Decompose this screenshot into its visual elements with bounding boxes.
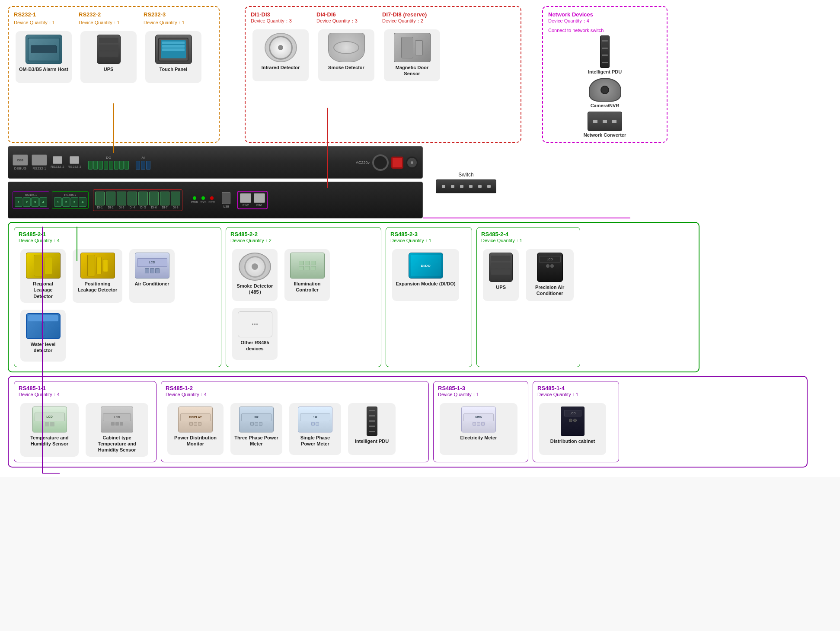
cabinet-temp-card: LCD Cabinet type Temperature and Humidit…: [86, 403, 148, 457]
rs485-2-4-devices: UPS LCD: [481, 247, 575, 303]
network-camera-item: Camera/NVR: [548, 78, 661, 108]
rs232-3-device-name: Touch Panel: [160, 66, 188, 72]
expansion-module-name: Expansion Module (DI/DO): [396, 281, 455, 287]
other-rs485-name: Other RS485 devices: [236, 340, 274, 352]
rs485-1-block: RS485-1 1 2 3 4: [13, 191, 49, 209]
three-phase-name: Three Phase Power Meter: [234, 435, 279, 447]
three-phase-card: 3Φ Three Phase Power Meter: [230, 403, 282, 455]
network-camera-name: Camera/NVR: [591, 103, 620, 108]
rs485-1-2-panel: RS485-1-2 Device Quantity：4 DISPLAY: [161, 381, 429, 462]
air-conditioner-image: LCD: [135, 253, 169, 279]
intelli-pdu-name: Intelligent PDU: [355, 438, 389, 444]
network-qty: Device Quantity：4: [548, 18, 661, 24]
air-conditioner-card: LCD Air Conditioner: [129, 249, 175, 303]
network-converter-name: Network Converter: [584, 132, 626, 138]
rs485-2-block: RS485-2 1 2 3 4: [52, 191, 89, 209]
regional-leakage-card: Regional Leakage Detector: [20, 249, 66, 303]
rs232-1-group: RS232-1 Device Quantity：1 OM-B3/B5 Al: [14, 11, 73, 85]
row1-top-groups: RS232-1 Device Quantity：1 OM-B3/B5 Al: [8, 6, 829, 143]
diagram: RS232-1 Device Quantity：1 OM-B3/B5 Al: [8, 6, 829, 468]
cabinet-temp-image: LCD: [101, 407, 133, 432]
debug-port-area: DB9 DEBUG: [13, 154, 28, 170]
water-level-name: Water level detector: [24, 341, 62, 354]
power-dist-name: Power Distribution Monitor: [171, 435, 220, 447]
rs485-2-outer-panel: RS485-2-1 Device Quantity：4 Regional Lea…: [8, 222, 699, 372]
rs485-2-3-title: RS485-2-3: [390, 231, 467, 237]
network-devices-list: Intelligent PDU Camera/NVR: [548, 35, 661, 138]
rs232-2-qty: Device Quantity：1: [79, 19, 138, 26]
rs485-1-2-devices: DISPLAY Power Distribution Monitor: [166, 401, 424, 457]
row2-controller: DB9 DEBUG RS232-1 RS232-2: [8, 146, 829, 218]
usb-port: USB: [222, 192, 230, 208]
switch-device: [436, 179, 496, 193]
expansion-module-image: DI/DO: [409, 253, 443, 279]
rs485-2-3-panel: RS485-2-3 Device Quantity：1 DI/DO Expans…: [386, 227, 472, 367]
eth-ports-block: Eth2 Eth1: [237, 191, 268, 209]
rs232-1-device-card: OM-B3/B5 Alarm Host: [16, 31, 72, 83]
di7-di8-title: DI7-DI8 (reserve): [382, 11, 442, 18]
three-phase-image: 3Φ: [239, 407, 274, 432]
precision-ac-name: Precision Air Conditioner: [529, 284, 570, 297]
rs485-2-2-panel: RS485-2-2 Device Quantity：2 Smok: [226, 227, 381, 367]
rs232-2-title: RS232-2: [79, 11, 101, 18]
ups-2-4-name: UPS: [496, 284, 506, 290]
network-connect-label: Connect to network switch: [548, 28, 661, 33]
temp-humidity-name: Temperature and Humidity Sensor: [24, 435, 75, 447]
expansion-module-card: DI/DO Expansion Module (DI/DO): [392, 249, 459, 301]
rs232-3-group: RS232-3 Device Quantity：1: [144, 11, 203, 85]
rs232-group-panel: RS232-1 Device Quantity：1 OM-B3/B5 Al: [8, 6, 220, 143]
magnetic-image: [394, 33, 431, 62]
rs485-1-1-qty: Device Quantity：4: [19, 391, 152, 398]
electricity-meter-image: kWh: [461, 407, 496, 432]
spacer-1: [226, 6, 239, 143]
rs485-1-3-devices: kWh Electricity Meter: [438, 401, 524, 457]
rs232-1-device-name: OM-B3/B5 Alarm Host: [19, 66, 68, 72]
rs485-2-2-devices: Smoke Detector（485）: [230, 247, 377, 362]
di1-di3-title: DI1-DI3: [251, 11, 310, 18]
power-area: AC220v: [356, 154, 418, 171]
positioning-leakage-card: Positioning Leakage Detector: [73, 249, 122, 303]
rs485-1-3-panel: RS485-1-3 Device Quantity：1 kWh: [433, 381, 528, 462]
rs485-1-outer-panel: RS485-1-1 Device Quantity：4 LCD: [8, 376, 808, 468]
network-converter-item: Network Converter: [548, 112, 661, 138]
regional-leakage-name: Regional Leakage Detector: [24, 281, 62, 299]
infrared-device-card: Infrared Detector: [252, 29, 309, 81]
do-block: DO: [88, 156, 129, 170]
distribution-cabinet-image: LCD: [561, 407, 584, 436]
smoke-485-name: Smoke Detector（485）: [236, 283, 274, 295]
di4-di6-title: DI4-DI6: [316, 11, 376, 18]
debug-label: DEBUG: [14, 167, 26, 170]
switch-label: Switch: [458, 172, 473, 178]
controller-rack: DB9 DEBUG RS232-1 RS232-2: [8, 146, 423, 218]
touch-panel-image: [155, 35, 192, 64]
network-pdu-item: Intelligent PDU: [548, 35, 661, 74]
di-groups-row: DI1-DI3 Device Quantity：3 Infrared Detec…: [251, 11, 515, 83]
other-rs485-image: ···: [238, 311, 272, 337]
rs232-3-port: RS232-3: [68, 156, 82, 169]
rs232-3-device-card: Touch Panel: [145, 31, 201, 83]
om-b3-image: [26, 35, 62, 64]
single-phase-image: 1Φ: [298, 407, 332, 432]
ups-2-4-card: UPS: [483, 249, 519, 301]
smoke-485-image: [239, 253, 271, 281]
rs485-1-4-qty: Device Quantity：1: [537, 391, 614, 398]
di-ports-block: DI-1 DI-2 DI-3 DI-4: [93, 189, 182, 211]
rs232-3-title: RS232-3: [144, 11, 166, 18]
row4-rs485-1: RS485-1-1 Device Quantity：4 LCD: [8, 376, 829, 468]
illumination-image: [290, 253, 325, 279]
rs232-2-device-card: UPS: [80, 31, 137, 83]
rs485-2-4-title: RS485-2-4: [481, 231, 575, 237]
di-1-port: DI-1: [95, 192, 105, 209]
positioning-leakage-image: [80, 253, 115, 279]
cabinet-temp-name: Cabinet type Temperature and Humidity Se…: [89, 435, 145, 453]
electricity-meter-name: Electricity Meter: [460, 435, 497, 441]
smoke-485-card: Smoke Detector（485）: [232, 249, 278, 301]
row3-rs485-2: RS485-2-1 Device Quantity：4 Regional Lea…: [8, 222, 829, 372]
temp-humidity-card: LCD Temperature and Humidity Sensor: [20, 403, 79, 457]
di1-di3-qty: Device Quantity：3: [251, 18, 310, 24]
spacer-2: [527, 6, 536, 143]
rs485-2-1-devices: Regional Leakage Detector Positioning Le…: [19, 247, 217, 363]
rs485-1-4-title: RS485-1-4: [537, 385, 614, 391]
magnetic-device-card: Magnetic Door Sensor: [384, 29, 440, 81]
di4-di6-qty: Device Quantity：3: [316, 18, 376, 24]
